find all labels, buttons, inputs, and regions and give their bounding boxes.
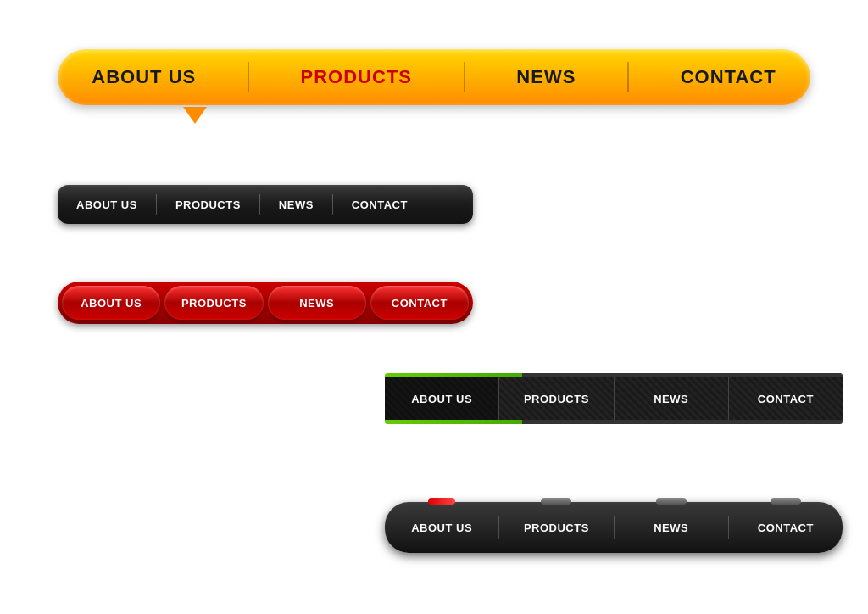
nav3-item-news[interactable]: NEWS xyxy=(268,286,366,320)
nav1-dropdown-arrow xyxy=(183,107,207,124)
nav4-item-contact[interactable]: CONTACT xyxy=(729,377,843,420)
nav1-bar: ABOUT US PRODUCTS NEWS CONTACT xyxy=(58,49,810,105)
nav5-bar: ABOUT US PRODUCTS NEWS CONTACT xyxy=(385,502,843,553)
nav4-container: ABOUT US PRODUCTS NEWS CONTACT xyxy=(385,373,843,424)
nav4-bottom-accent xyxy=(385,420,843,424)
nav4-item-products[interactable]: PRODUCTS xyxy=(499,377,614,420)
nav4-outer: ABOUT US PRODUCTS NEWS CONTACT xyxy=(385,373,843,424)
nav4-item-about[interactable]: ABOUT US xyxy=(385,377,499,420)
nav3-container: ABOUT US PRODUCTS NEWS CONTACT xyxy=(58,282,473,324)
nav5-indicator-news xyxy=(656,498,687,505)
nav5-item-news[interactable]: NEWS xyxy=(615,502,728,553)
nav5-container: ABOUT US PRODUCTS NEWS CONTACT xyxy=(385,502,843,553)
nav2-item-contact[interactable]: CONTACT xyxy=(333,198,426,211)
nav1-divider-1 xyxy=(248,62,249,92)
nav3-item-contact[interactable]: CONTACT xyxy=(370,286,469,320)
nav1-item-news[interactable]: NEWS xyxy=(499,66,593,88)
nav5-active-indicator xyxy=(428,498,455,505)
nav3-item-products[interactable]: PRODUCTS xyxy=(164,286,263,320)
nav3-bar: ABOUT US PRODUCTS NEWS CONTACT xyxy=(58,282,473,324)
nav4-item-news[interactable]: NEWS xyxy=(615,377,729,420)
nav2-container: ABOUT US PRODUCTS NEWS CONTACT xyxy=(58,185,473,224)
nav5-item-contact[interactable]: CONTACT xyxy=(729,502,843,553)
nav1-item-products[interactable]: PRODUCTS xyxy=(284,66,429,88)
nav2-bar: ABOUT US PRODUCTS NEWS CONTACT xyxy=(58,185,473,224)
nav4-bar: ABOUT US PRODUCTS NEWS CONTACT xyxy=(385,377,843,420)
nav5-item-products[interactable]: PRODUCTS xyxy=(499,502,613,553)
nav1-item-about[interactable]: ABOUT US xyxy=(75,66,213,88)
nav1-divider-3 xyxy=(627,62,629,92)
nav1-item-contact[interactable]: CONTACT xyxy=(664,66,793,88)
nav1-container: ABOUT US PRODUCTS NEWS CONTACT xyxy=(58,49,810,105)
nav5-item-about[interactable]: ABOUT US xyxy=(385,502,498,553)
nav2-item-products[interactable]: PRODUCTS xyxy=(157,198,259,211)
nav1-divider-2 xyxy=(464,62,465,92)
nav5-indicator-products xyxy=(541,498,571,505)
nav5-indicator-contact xyxy=(771,498,801,505)
nav2-item-news[interactable]: NEWS xyxy=(260,198,332,211)
nav3-item-about[interactable]: ABOUT US xyxy=(62,286,160,320)
nav2-item-about[interactable]: ABOUT US xyxy=(58,198,156,211)
